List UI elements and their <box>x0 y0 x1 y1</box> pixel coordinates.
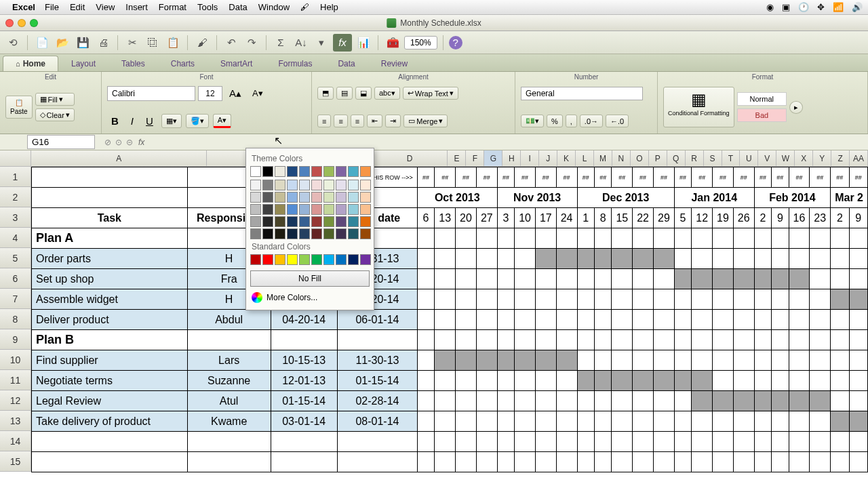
color-swatch[interactable] <box>311 180 322 190</box>
clear-button[interactable]: ◇ Clear ▾ <box>35 108 75 121</box>
menu-edit[interactable]: Edit <box>70 2 85 12</box>
color-swatch[interactable] <box>250 216 261 227</box>
col-header-L[interactable]: L <box>576 150 594 166</box>
color-swatch[interactable] <box>262 204 273 215</box>
col-header-U[interactable]: U <box>740 150 758 166</box>
color-swatch[interactable] <box>360 228 371 239</box>
status-volume-icon[interactable]: 🔊 <box>852 2 863 12</box>
indent-inc-icon[interactable]: ⇥ <box>385 115 401 127</box>
color-swatch[interactable] <box>311 192 322 203</box>
color-swatch[interactable] <box>336 216 347 227</box>
col-header-I[interactable]: I <box>521 150 539 166</box>
align-center-icon[interactable]: ≡ <box>334 115 347 127</box>
color-swatch[interactable] <box>323 204 334 215</box>
align-left-icon[interactable]: ≡ <box>317 115 331 127</box>
col-header-X[interactable]: X <box>795 150 813 166</box>
fx-icon[interactable]: ⊝ <box>126 138 133 147</box>
tab-home[interactable]: Home <box>3 56 58 71</box>
color-swatch[interactable] <box>323 216 334 227</box>
orientation-icon[interactable]: abc▾ <box>374 87 400 100</box>
color-swatch[interactable] <box>262 228 273 239</box>
color-swatch[interactable] <box>348 192 359 203</box>
style-bad[interactable]: Bad <box>737 108 787 122</box>
shrink-font-icon[interactable]: A▾ <box>248 86 267 101</box>
menu-file[interactable]: File <box>45 2 59 12</box>
col-header-W[interactable]: W <box>776 150 795 166</box>
color-swatch[interactable] <box>250 192 261 203</box>
font-name-input[interactable] <box>107 86 195 101</box>
color-swatch[interactable] <box>262 192 273 203</box>
comma-icon[interactable]: , <box>566 115 577 127</box>
col-header-O[interactable]: O <box>631 150 649 166</box>
color-swatch[interactable] <box>348 254 359 265</box>
zoom-selector[interactable]: 150% <box>404 36 437 49</box>
window-close-button[interactable] <box>5 19 14 27</box>
color-swatch[interactable] <box>323 166 334 177</box>
chart-icon[interactable]: 📊 <box>355 34 372 52</box>
color-swatch[interactable] <box>348 216 359 227</box>
formula-input[interactable] <box>149 136 868 148</box>
color-swatch[interactable] <box>336 192 347 203</box>
row-header-6[interactable]: 6 <box>0 268 31 289</box>
inc-decimal-icon[interactable]: .0→ <box>580 115 603 127</box>
style-normal[interactable]: Normal <box>737 92 787 106</box>
col-header-A[interactable]: A <box>31 150 207 166</box>
color-swatch[interactable] <box>360 216 371 227</box>
save-icon[interactable]: 💾 <box>74 34 92 52</box>
menu-script-icon[interactable]: 🖋 <box>300 2 309 12</box>
color-swatch[interactable] <box>287 216 298 227</box>
filter-icon[interactable]: ▾ <box>313 34 330 52</box>
col-header-P[interactable]: P <box>649 150 667 166</box>
color-swatch[interactable] <box>299 180 310 190</box>
color-swatch[interactable] <box>287 180 298 190</box>
color-swatch[interactable] <box>262 216 273 227</box>
color-swatch[interactable] <box>311 204 322 215</box>
help-icon[interactable]: ? <box>449 36 462 49</box>
copy-icon[interactable]: ⿻ <box>144 34 161 52</box>
row-header-7[interactable]: 7 <box>0 289 31 309</box>
status-stop-icon[interactable]: ▣ <box>782 2 790 12</box>
row-header-14[interactable]: 14 <box>0 431 31 451</box>
color-swatch[interactable] <box>287 254 298 265</box>
tab-charts[interactable]: Charts <box>158 56 208 71</box>
color-swatch[interactable] <box>250 166 261 177</box>
color-swatch[interactable] <box>348 228 359 239</box>
row-header-5[interactable]: 5 <box>0 248 31 268</box>
paste-button[interactable]: 📋Paste <box>5 96 33 119</box>
col-header-G[interactable]: G <box>484 150 502 166</box>
align-top-icon[interactable]: ⬒ <box>317 87 334 100</box>
col-header-AA[interactable]: AA <box>850 150 868 166</box>
col-header-M[interactable]: M <box>594 150 612 166</box>
color-swatch[interactable] <box>299 204 310 215</box>
color-swatch[interactable] <box>275 192 285 203</box>
align-right-icon[interactable]: ≡ <box>351 115 364 127</box>
status-move-icon[interactable]: ✥ <box>817 2 825 12</box>
font-color-button[interactable]: A▾ <box>213 114 231 128</box>
color-swatch[interactable] <box>275 228 285 239</box>
paste-icon[interactable]: 📋 <box>164 34 182 52</box>
spreadsheet-grid[interactable]: ABCDEFGHIJKLMNOPQRSTUVWXYZAA 12345678910… <box>0 150 868 488</box>
color-swatch[interactable] <box>262 254 273 265</box>
status-clock-icon[interactable]: 🕐 <box>798 2 809 12</box>
color-swatch[interactable] <box>311 166 322 177</box>
row-header-1[interactable]: 1 <box>0 167 31 187</box>
col-header-D[interactable]: D <box>372 150 448 166</box>
menu-window[interactable]: Window <box>258 2 290 12</box>
status-record-icon[interactable]: ◉ <box>766 2 774 12</box>
color-swatch[interactable] <box>287 204 298 215</box>
window-minimize-button[interactable] <box>18 19 26 27</box>
color-swatch[interactable] <box>323 228 334 239</box>
color-swatch[interactable] <box>360 204 371 215</box>
menu-help[interactable]: Help <box>320 2 338 12</box>
color-swatch[interactable] <box>287 192 298 203</box>
toolbox-icon[interactable]: 🧰 <box>384 34 401 52</box>
redo-icon[interactable]: ↷ <box>243 34 260 52</box>
number-format-select[interactable] <box>521 87 643 100</box>
color-swatch[interactable] <box>275 180 285 190</box>
row-header-13[interactable]: 13 <box>0 411 31 431</box>
tab-formulas[interactable]: Formulas <box>265 56 325 71</box>
more-colors-button[interactable]: More Colors... <box>250 289 370 306</box>
grow-font-icon[interactable]: A▴ <box>225 86 245 101</box>
color-swatch[interactable] <box>250 228 261 239</box>
open-icon[interactable]: 📂 <box>54 34 71 52</box>
